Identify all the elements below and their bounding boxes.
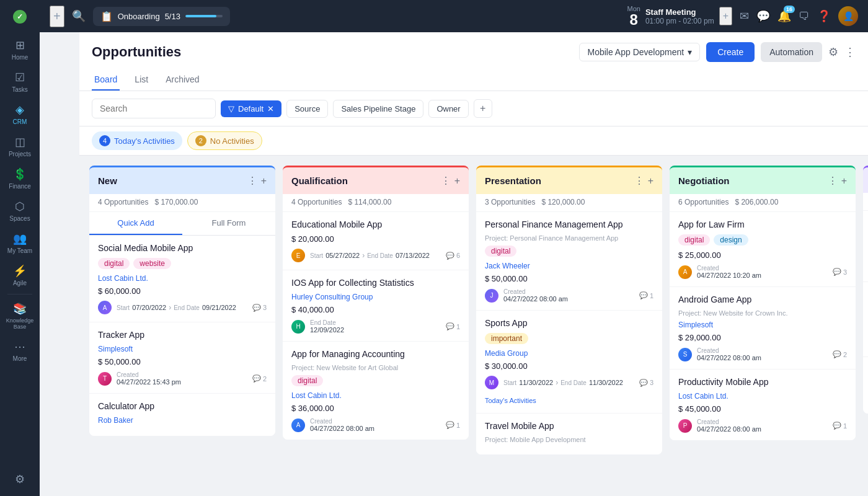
pipeline-stage-filter[interactable]: Sales Pipeline Stage <box>333 100 423 118</box>
card-company[interactable]: Simplesoft <box>98 345 267 353</box>
comment-icon: 💬 <box>446 421 454 429</box>
sidebar-item-projects[interactable]: ◫ Projects <box>0 130 40 162</box>
comment-icon: 💬 <box>446 252 454 260</box>
column-negotiation: Negotiation ⋮ + 6 Opportunities $ 206,00… <box>670 166 856 440</box>
arrow-icon: › <box>169 303 171 312</box>
sidebar: ✓ ⊞ Home ☑ Tasks ◈ CRM ◫ Projects 💲 Fina… <box>0 0 40 496</box>
default-filter[interactable]: ▽ Default ✕ <box>221 100 281 117</box>
card-title: Travel Mobile App <box>485 421 653 431</box>
sidebar-item-finance[interactable]: 💲 Finance <box>0 162 40 195</box>
column-add-button[interactable]: + <box>648 175 653 187</box>
column-stats-evaluation: 5 Opportunit... <box>863 193 868 211</box>
sidebar-item-agile[interactable]: ⚡ Agile <box>0 259 40 291</box>
source-label: Source <box>294 104 320 113</box>
mail-icon[interactable]: ✉ <box>740 9 749 23</box>
card-title: App for Managing Accounting <box>291 349 460 359</box>
card-company[interactable]: Lost Cabin Ltd. <box>98 274 267 283</box>
no-activities-tag[interactable]: 2 No Activities <box>187 131 262 150</box>
column-add-button[interactable]: + <box>261 175 267 187</box>
card-productivity-mobile: Productivity Mobile App Lost Cabin Ltd. … <box>670 370 856 440</box>
tag-digital: digital <box>485 246 516 257</box>
pipeline-selector[interactable]: Mobile App Development ▾ <box>579 43 700 61</box>
quick-add-tab[interactable]: Quick Add <box>89 212 182 235</box>
logo-icon: ✓ <box>13 10 27 24</box>
card-educational-mobile-app: Educational Mobile App $ 20,000.00 E Sta… <box>283 212 469 270</box>
message-icon[interactable]: 🗨 <box>799 10 810 23</box>
more-options-button[interactable]: ⋮ <box>844 45 856 59</box>
today-activities-link[interactable]: Today's Activities <box>485 394 653 405</box>
close-icon[interactable]: ✕ <box>267 104 274 113</box>
source-filter[interactable]: Source <box>286 100 328 118</box>
sidebar-item-knowledge[interactable]: 📚 Knowledge Base <box>0 297 40 335</box>
comment-icon: 💬 <box>252 304 261 312</box>
card-created: Created 04/27/2022 08:00 am <box>697 418 761 433</box>
create-button[interactable]: Create <box>706 42 755 62</box>
tab-archived[interactable]: Archived <box>163 69 202 91</box>
avatar-inner: S <box>678 348 692 361</box>
card-avatar: M <box>485 376 498 389</box>
filter-bar: ▽ Default ✕ Source Sales Pipeline Stage … <box>79 91 868 126</box>
sidebar-item-spaces[interactable]: ⬡ Spaces <box>0 195 40 227</box>
crm-icon: ◈ <box>16 103 24 117</box>
card-company[interactable]: Hurley Consulting Group <box>291 293 460 301</box>
search-input[interactable] <box>92 99 216 118</box>
card-tags: digital <box>291 375 460 386</box>
avatar-inner: E <box>291 249 305 262</box>
add-button[interactable]: + <box>50 6 64 27</box>
card-amount: $ 20,000.00 <box>291 234 460 244</box>
card-company[interactable]: Rob Baker <box>98 416 267 425</box>
column-menu-button[interactable]: ⋮ <box>247 175 257 187</box>
add-filter-button[interactable]: + <box>474 99 492 118</box>
column-header-negotiation: Negotiation ⋮ + <box>670 166 856 194</box>
notification-icon[interactable]: 🔔 16 <box>777 9 791 23</box>
card-amount: $ 29,000.00 <box>678 333 847 342</box>
column-actions-new: ⋮ + <box>247 175 267 187</box>
card-company[interactable]: Lost Cabin Ltd. <box>291 391 460 400</box>
automation-button[interactable]: Automation <box>761 42 822 62</box>
column-add-button[interactable]: + <box>454 175 460 187</box>
owner-label: Owner <box>436 104 460 113</box>
full-form-tab[interactable]: Full Form <box>182 212 275 235</box>
meeting-date: Mon 8 <box>627 5 640 27</box>
add-meeting-button[interactable]: + <box>719 7 732 25</box>
sidebar-item-myteam[interactable]: 👥 My Team <box>0 227 40 259</box>
sidebar-item-more[interactable]: ⋯ More <box>0 335 40 367</box>
column-body-new: Quick Add Full Form Social Media Mobile … <box>89 212 275 436</box>
card-company[interactable]: Simplesoft <box>678 321 847 329</box>
created-value: 04/27/2022 10:20 am <box>697 272 761 279</box>
settings-button[interactable]: ⚙ <box>828 45 838 59</box>
tag-important: important <box>485 333 528 344</box>
column-qualification: Qualification ⋮ + 4 Opportunities $ 114,… <box>283 166 469 440</box>
column-add-button[interactable]: + <box>841 175 847 187</box>
card-footer: T Created 04/27/2022 15:43 pm 💬 2 <box>98 371 267 386</box>
card-company[interactable]: Media Group <box>485 349 653 358</box>
tab-board[interactable]: Board <box>92 69 120 91</box>
column-menu-button[interactable]: ⋮ <box>634 175 644 187</box>
sidebar-item-home[interactable]: ⊞ Home <box>0 33 40 66</box>
user-avatar[interactable]: 👤 <box>838 6 858 26</box>
sidebar-item-tasks[interactable]: ☑ Tasks <box>0 66 40 98</box>
card-company[interactable]: Lost Cabin Ltd. <box>678 392 847 401</box>
search-icon[interactable]: 🔍 <box>72 9 86 23</box>
help-icon[interactable]: ❓ <box>817 9 831 23</box>
onboarding-widget[interactable]: 📋 Onboarding 5/13 <box>93 7 230 26</box>
column-menu-button[interactable]: ⋮ <box>828 175 838 187</box>
tab-list[interactable]: List <box>132 69 151 91</box>
card-company[interactable]: Jack Wheeler <box>485 262 653 270</box>
sidebar-item-crm[interactable]: ◈ CRM <box>0 98 40 130</box>
chat-icon[interactable]: 💬 <box>756 9 770 23</box>
sidebar-item-settings[interactable]: ⚙ <box>0 467 40 491</box>
start-date: 11/30/2022 <box>519 379 553 386</box>
onboarding-progress-bar <box>185 15 223 17</box>
spaces-icon: ⬡ <box>15 200 25 213</box>
owner-filter[interactable]: Owner <box>428 100 468 118</box>
today-activities-tag[interactable]: 4 Today's Activities <box>92 131 182 150</box>
page-tabs: Board List Archived <box>92 69 856 91</box>
card-sports-app: Sports App important Media Group $ 30,00… <box>476 311 662 414</box>
column-menu-button[interactable]: ⋮ <box>441 175 451 187</box>
date-range: Start 07/20/2022 › End Date 09/21/2022 <box>117 303 236 312</box>
pipeline-label: Mobile App Development <box>587 47 684 57</box>
end-label: End Date <box>310 319 344 326</box>
tag-website: website <box>133 258 171 269</box>
start-date: 07/20/2022 <box>132 304 166 311</box>
